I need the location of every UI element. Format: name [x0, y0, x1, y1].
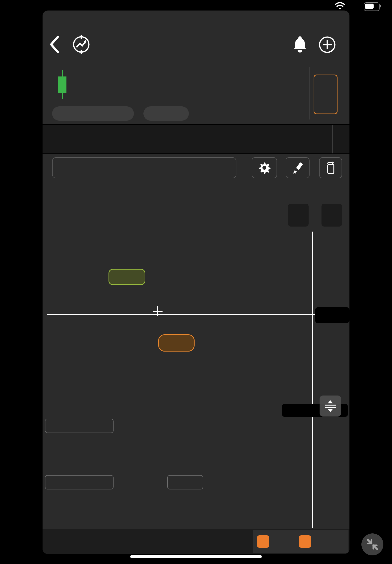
wifi-icon [334, 2, 346, 11]
period-group [52, 157, 236, 178]
price-line-checkbox[interactable] [299, 535, 311, 548]
price-line-handle[interactable] [153, 306, 163, 316]
checkbox-panel [253, 530, 349, 553]
main-tab-bar [42, 124, 350, 154]
event-pill-earnings-call[interactable] [109, 269, 145, 285]
price-check-line[interactable] [47, 314, 315, 315]
macd-selector[interactable] [45, 419, 113, 433]
triangle-up-icon [328, 400, 333, 403]
events-checkbox[interactable] [257, 535, 269, 548]
event-pill-ex-dividend[interactable] [158, 334, 195, 352]
collapse-arrows-icon [361, 533, 383, 555]
triangle-down-icon [328, 409, 333, 412]
candlestick-chart[interactable] [42, 231, 350, 417]
pan-left-button[interactable] [288, 204, 308, 227]
tab-divider [332, 125, 333, 153]
price-candle-glyph [58, 70, 67, 99]
rotate-screen-button[interactable] [319, 157, 342, 178]
back-icon[interactable] [49, 35, 60, 54]
add-symbol-icon[interactable] [318, 35, 336, 54]
panel-resize-handle[interactable] [320, 396, 341, 416]
ipad-screen [0, 0, 392, 564]
battery-icon [364, 2, 379, 11]
gear-icon [258, 162, 271, 174]
home-indicator[interactable] [130, 555, 262, 558]
market-daytrade-pill[interactable] [52, 106, 134, 121]
quote-divider [309, 67, 310, 120]
crosshair-price-pill [315, 307, 350, 323]
macd-chart[interactable] [42, 431, 350, 475]
pencil-icon [291, 162, 304, 174]
rotate-phone-icon [324, 161, 337, 175]
order-button[interactable] [314, 75, 337, 114]
battery-nub [380, 5, 381, 7]
draw-tool-button[interactable] [286, 157, 309, 178]
similar-stocks-pill[interactable] [143, 106, 189, 121]
crosshair-vertical[interactable] [312, 232, 313, 528]
bell-icon[interactable] [291, 34, 309, 55]
pan-right-button[interactable] [322, 204, 342, 227]
app-window [42, 11, 350, 554]
compass-market-icon[interactable] [70, 33, 92, 55]
chart-settings-button[interactable] [252, 157, 277, 178]
collapse-window-button[interactable] [361, 533, 383, 555]
